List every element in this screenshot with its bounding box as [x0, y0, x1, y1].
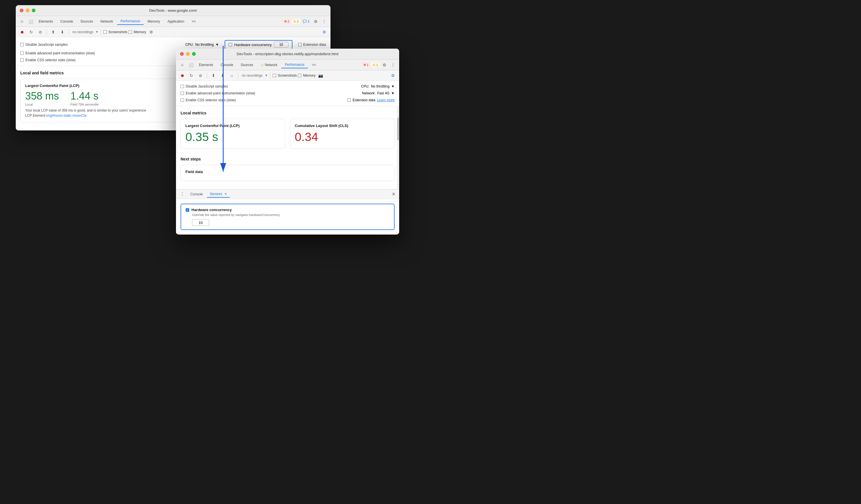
minimize-button-1[interactable]	[26, 9, 29, 12]
titlebar-2: DevTools - emscripten-dbg-stories.netlif…	[176, 48, 399, 59]
drawer-more-icon[interactable]: ⋮	[178, 190, 186, 198]
hw-concurrency-input[interactable]	[274, 42, 288, 47]
download-icon-2[interactable]: ⬇	[219, 71, 227, 80]
cursor-icon[interactable]: ⊹	[18, 17, 26, 26]
memory-checkbox[interactable]: Memory	[128, 29, 146, 35]
more-icon-2[interactable]: ⋮	[389, 61, 397, 69]
scrollbar-thumb	[397, 117, 399, 140]
hw-concurrency-checkbox[interactable]	[229, 43, 232, 46]
dropdown-arrow-1[interactable]: ▼	[96, 30, 98, 33]
extension-data-checkbox[interactable]: Extension data	[298, 42, 326, 47]
drawer-tab-console[interactable]: Console	[188, 191, 206, 197]
devtools-toolbar-1: ⏺ ↻ ⊘ ⬆ ⬇ no recordings ▼ Screenshots Me…	[16, 27, 330, 37]
scrollbar-right[interactable]	[397, 106, 399, 189]
upload-icon[interactable]: ⬆	[49, 28, 57, 36]
tab-sources-2[interactable]: Sources	[237, 62, 257, 68]
lcp-selector[interactable]: img#moon-static.moonCta	[46, 114, 86, 117]
advanced-paint-checkbox-2[interactable]: Enable advanced paint instrumentation (s…	[180, 90, 255, 96]
more-toolbar-icon[interactable]: ⚙	[147, 28, 155, 36]
tab-network-2[interactable]: ⚠ Network	[257, 62, 281, 68]
upload-icon-2[interactable]: ⬆	[209, 71, 217, 80]
cursor-icon-2[interactable]: ⊹	[178, 61, 186, 69]
screenshots-checkbox-2[interactable]: Screenshots	[273, 73, 297, 79]
record-icon[interactable]: ⏺	[18, 28, 26, 36]
tab-performance-2[interactable]: Performance	[281, 61, 308, 68]
settings-icon-2[interactable]: ⚙	[380, 61, 388, 69]
recordings-dropdown[interactable]: no recordings	[71, 30, 94, 34]
field-data-card: Field data	[180, 165, 395, 181]
lcp-value-2: 0.35 s	[186, 130, 281, 144]
maximize-button-2[interactable]	[192, 52, 196, 56]
hw-card-desc: Override the value reported by navigator…	[192, 213, 390, 216]
ext-data-icon-2[interactable]	[347, 98, 351, 102]
hw-card-checkbox[interactable]	[186, 208, 189, 212]
cpu-label: CPU:	[186, 43, 194, 47]
tab-elements-2[interactable]: Elements	[195, 62, 217, 68]
tab-memory-1[interactable]: Memory	[144, 18, 163, 25]
recordings-dropdown-2[interactable]: no recordings	[241, 73, 264, 78]
drawer-close-icon[interactable]: ✕	[390, 191, 397, 198]
drawer-tab-sensors[interactable]: Sensors ✕	[207, 191, 230, 198]
maximize-button-1[interactable]	[32, 9, 36, 12]
clear-icon[interactable]: ⊘	[36, 28, 44, 36]
tab-performance-1[interactable]: Performance	[117, 18, 144, 25]
css-selector-checkbox[interactable]: Enable CSS selector stats (slow)	[20, 57, 76, 63]
hw-card-title: Hardware concurrency	[186, 208, 390, 212]
traffic-lights-1	[20, 9, 36, 12]
gear-icon-2[interactable]: ⚙	[389, 71, 397, 80]
drawer-tabs: ⋮ Console Sensors ✕ ✕	[176, 190, 399, 199]
camera-icon[interactable]: 📷	[317, 71, 325, 80]
tab-console-1[interactable]: Console	[57, 18, 77, 25]
cpu-arrow[interactable]: ▼	[216, 43, 219, 47]
minimize-button-2[interactable]	[186, 52, 190, 56]
warning-icon-2: ⚠	[372, 63, 375, 67]
cls-value: 0.34	[295, 130, 390, 144]
tab-application-1[interactable]: Application	[164, 18, 188, 25]
screenshots-check-icon-2	[273, 74, 276, 77]
close-button-1[interactable]	[20, 9, 24, 12]
advanced-paint-checkbox[interactable]: Enable advanced paint instrumentation (s…	[20, 50, 95, 56]
screenshots-check-icon	[103, 30, 107, 34]
drawer-tab-close[interactable]: ✕	[224, 192, 227, 196]
adv-paint-icon-2	[180, 92, 184, 95]
network-arrow-2[interactable]: ▼	[391, 91, 395, 95]
disable-js-checkbox[interactable]: Disable JavaScript samples	[20, 42, 68, 47]
css-selector-checkbox-2[interactable]: Enable CSS selector stats (slow)	[180, 97, 236, 103]
message-badge-1: 💬 3	[301, 19, 311, 24]
home-icon[interactable]: ⌂	[228, 71, 236, 80]
close-button-2[interactable]	[180, 52, 184, 56]
settings-icon-1[interactable]: ⚙	[312, 17, 319, 26]
more-icon-1[interactable]: ⋮	[320, 17, 328, 26]
traffic-lights-2	[180, 52, 196, 56]
gear-icon-1[interactable]: ⚙	[320, 28, 328, 36]
refresh-icon-2[interactable]: ↻	[188, 71, 195, 80]
cpu-arrow-2[interactable]: ▼	[391, 84, 395, 88]
hw-concurrency-label: Hardware concurrency	[234, 43, 272, 47]
extension-data-label-2: Extension data	[353, 98, 375, 102]
device-icon-2[interactable]: ⬜	[187, 61, 195, 69]
tab-sources-1[interactable]: Sources	[77, 18, 96, 25]
learn-more-link[interactable]: Learn more	[377, 98, 395, 102]
tab-more-1[interactable]: >>	[188, 18, 199, 25]
memory-label-2: Memory	[303, 73, 315, 78]
dropdown-arrow-2[interactable]: ▼	[265, 74, 268, 77]
device-icon[interactable]: ⬜	[27, 17, 35, 26]
disable-js-checkbox-2[interactable]: Disable JavaScript samples	[180, 84, 228, 89]
tab-more-2[interactable]: >>	[309, 62, 319, 68]
hw-card-input[interactable]	[192, 220, 209, 226]
error-icon-2: ⊗	[364, 63, 366, 67]
network-warning-icon: ⚠	[261, 63, 264, 67]
tab-console-2[interactable]: Console	[217, 62, 237, 68]
divider-3	[101, 29, 101, 35]
refresh-icon[interactable]: ↻	[27, 28, 35, 36]
screenshots-checkbox[interactable]: Screenshots	[103, 29, 128, 35]
tab-network-1[interactable]: Network	[97, 18, 117, 25]
cpu-label-2: CPU:	[361, 84, 369, 88]
tab-elements-1[interactable]: Elements	[35, 18, 56, 25]
memory-checkbox-2[interactable]: Memory	[298, 73, 315, 79]
clear-icon-2[interactable]: ⊘	[196, 71, 205, 80]
record-icon-2[interactable]: ⏺	[178, 71, 186, 80]
download-icon[interactable]: ⬇	[58, 28, 66, 36]
lcp-local-value: 358 ms Local	[25, 90, 59, 106]
cls-title: Cumulative Layout Shift (CLS)	[295, 124, 390, 128]
